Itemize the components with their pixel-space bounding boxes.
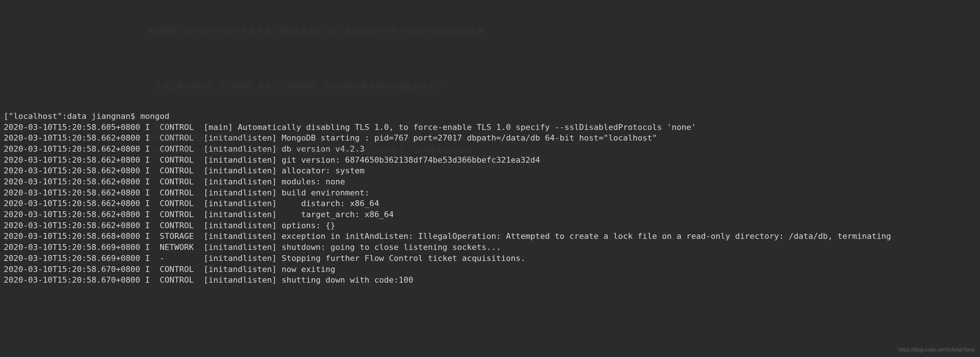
command-text: mongod [140, 111, 169, 121]
log-line: 2020-03-10T15:20:58.662+0800 I CONTROL [… [4, 132, 976, 144]
log-line: 2020-03-10T15:20:58.669+0800 I - [initan… [4, 253, 976, 264]
log-line: 2020-03-10T15:20:58.662+0800 I CONTROL [… [4, 144, 976, 155]
background-text-2: 完成上面的操作后，打开终端，输入……获取权限，然后就有权限在根目录创建文件夹了 [154, 81, 442, 91]
log-line: 2020-03-10T15:20:58.662+0800 I CONTROL [… [4, 209, 976, 220]
log-line: 2020-03-10T15:20:58.662+0800 I CONTROL [… [4, 165, 976, 176]
terminal-prompt: ["localhost":data jiangnan$ mongod [4, 111, 169, 121]
watermark-text: https://blog.csdn.net/ScholarTang [898, 346, 974, 353]
log-line: 2020-03-10T15:20:58.670+0800 I CONTROL [… [4, 264, 976, 275]
log-line: 2020-03-10T15:20:58.668+0800 I STORAGE [… [4, 231, 976, 242]
log-line: 2020-03-10T15:20:58.662+0800 I CONTROL [… [4, 176, 976, 187]
prompt-text: ["localhost":data jiangnan$ [4, 111, 140, 121]
log-line: 2020-03-10T15:20:58.662+0800 I CONTROL [… [4, 220, 976, 231]
terminal-output[interactable]: ["localhost":data jiangnan$ mongod 2020-… [4, 111, 976, 286]
log-line: 2020-03-10T15:20:58.669+0800 I NETWORK [… [4, 242, 976, 253]
background-text-1: 重启电脑，按住 command + R 直至进入系统恢复界面（这个重启的过程中请… [147, 26, 484, 36]
log-line: 2020-03-10T15:20:58.670+0800 I CONTROL [… [4, 274, 976, 286]
log-line: 2020-03-10T15:20:58.605+0800 I CONTROL [… [4, 122, 976, 133]
log-line: 2020-03-10T15:20:58.662+0800 I CONTROL [… [4, 155, 976, 166]
log-line: 2020-03-10T15:20:58.662+0800 I CONTROL [… [4, 187, 976, 198]
log-line: 2020-03-10T15:20:58.662+0800 I CONTROL [… [4, 198, 976, 209]
